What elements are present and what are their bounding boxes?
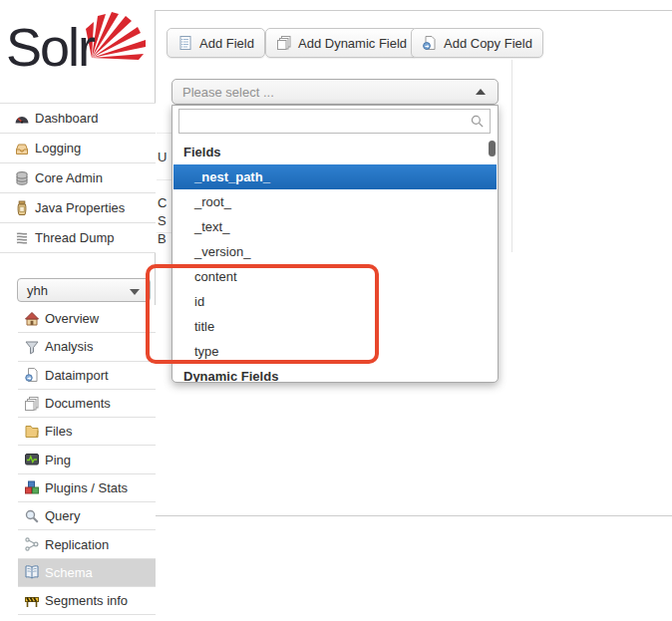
thread-dump-list-icon <box>14 230 30 246</box>
schema-book-icon <box>24 564 40 580</box>
replication-topology-icon <box>24 536 40 552</box>
funnel-icon <box>24 339 40 355</box>
chevron-down-icon <box>130 289 140 295</box>
sidebar-item-thread-dump[interactable]: Thread Dump <box>0 223 156 253</box>
logging-tray-icon <box>14 141 30 156</box>
sidebar-item-dashboard[interactable]: Dashboard <box>0 104 156 134</box>
content-row-line <box>157 179 171 180</box>
scrollbar-thumb[interactable] <box>489 141 496 156</box>
add-dynamic-field-label: Add Dynamic Field <box>298 36 407 51</box>
sidebar-main-menu: Dashboard Logging Core Admin Java Proper… <box>0 103 156 253</box>
dropdown-option-nest-path[interactable]: _nest_path_ <box>173 164 497 189</box>
clipped-label: S <box>158 213 171 228</box>
core-menu-item-analysis[interactable]: Analysis <box>18 333 156 361</box>
core-menu-label: Segments info <box>45 593 128 608</box>
core-menu-label: Ping <box>45 453 71 467</box>
ping-monitor-icon <box>24 452 40 467</box>
clipped-label: U <box>158 150 171 164</box>
add-field-button[interactable]: Add Field <box>167 28 265 58</box>
search-icon <box>470 114 485 129</box>
core-menu-label: Plugins / Stats <box>45 480 128 495</box>
field-option-list: Fields _nest_path_ _root_ _text_ _versio… <box>173 140 497 382</box>
home-icon <box>24 311 40 327</box>
core-menu-label: Query <box>45 508 80 523</box>
core-selector-value: yhh <box>27 283 48 298</box>
field-select-open-panel: Fields _nest_path_ _root_ _text_ _versio… <box>171 105 499 383</box>
dropdown-option-text[interactable]: _text_ <box>173 214 497 239</box>
dropdown-option-content[interactable]: content <box>173 264 497 289</box>
field-select-placeholder: Please select ... <box>182 85 274 100</box>
dropdown-option-root[interactable]: _root_ <box>173 189 497 214</box>
field-select-box[interactable]: Please select ... <box>171 79 499 105</box>
sidebar-core-menu: Overview Analysis Dataimport Documents F… <box>18 305 156 615</box>
folder-icon <box>24 424 40 440</box>
sidebar-item-label: Logging <box>35 141 81 155</box>
documents-icon <box>24 396 40 412</box>
segments-barrier-icon <box>24 593 40 609</box>
plugins-blocks-icon <box>24 479 40 495</box>
sidebar-item-label: Core Admin <box>35 170 103 185</box>
sidebar-item-core-admin[interactable]: Core Admin <box>0 163 156 193</box>
core-menu-item-schema[interactable]: Schema <box>18 559 156 587</box>
field-document-icon <box>177 35 193 51</box>
copy-document-icon <box>422 35 438 51</box>
solr-sunburst-icon <box>86 12 148 64</box>
add-dynamic-field-button[interactable]: Add Dynamic Field <box>265 28 418 58</box>
dropdown-option-title[interactable]: title <box>173 314 497 339</box>
add-field-label: Add Field <box>199 36 254 51</box>
core-menu-label: Replication <box>45 537 109 552</box>
add-copy-field-label: Add Copy Field <box>444 36 532 51</box>
core-menu-item-dataimport[interactable]: Dataimport <box>18 362 156 390</box>
add-copy-field-button[interactable]: Add Copy Field <box>411 28 543 58</box>
sidebar-item-label: Dashboard <box>35 111 99 126</box>
stacked-documents-icon <box>276 35 292 51</box>
core-menu-item-ping[interactable]: Ping <box>18 446 156 473</box>
field-group-header-dynamic-fields: Dynamic Fields <box>173 364 497 383</box>
java-properties-jar-icon <box>14 200 30 216</box>
core-menu-label: Dataimport <box>45 368 109 383</box>
core-admin-database-icon <box>14 170 30 186</box>
core-menu-item-replication[interactable]: Replication <box>18 530 156 558</box>
core-menu-label: Schema <box>45 565 93 580</box>
sidebar-item-label: Thread Dump <box>35 230 114 245</box>
core-menu-label: Files <box>45 424 72 439</box>
clipped-label: B <box>158 231 171 246</box>
sidebar-item-java-properties[interactable]: Java Properties <box>0 193 156 223</box>
core-menu-label: Overview <box>45 311 99 326</box>
field-search-input[interactable] <box>178 109 491 134</box>
dropdown-option-version[interactable]: _version_ <box>173 239 497 264</box>
core-menu-item-documents[interactable]: Documents <box>18 390 156 418</box>
dropdown-option-id[interactable]: id <box>173 289 497 314</box>
content-column-divider <box>511 60 512 252</box>
clipped-label: C <box>158 195 171 210</box>
core-menu-item-plugins-stats[interactable]: Plugins / Stats <box>18 474 156 502</box>
field-group-header-fields: Fields <box>173 140 497 164</box>
content-row-line <box>157 133 171 134</box>
solr-logo-text: Solr <box>6 16 94 78</box>
core-menu-item-query[interactable]: Query <box>18 502 156 530</box>
chevron-up-icon <box>476 89 486 95</box>
core-menu-item-segments-info[interactable]: Segments info <box>18 587 156 615</box>
dashboard-gauge-icon <box>14 111 30 127</box>
magnifier-icon <box>24 508 40 524</box>
core-menu-label: Documents <box>45 396 111 411</box>
core-menu-item-files[interactable]: Files <box>18 418 156 446</box>
sidebar-item-label: Java Properties <box>35 200 125 215</box>
core-menu-label: Analysis <box>45 339 93 354</box>
sidebar-item-logging[interactable]: Logging <box>0 134 156 163</box>
core-menu-item-overview[interactable]: Overview <box>18 305 156 333</box>
dataimport-icon <box>24 367 40 383</box>
dropdown-option-type[interactable]: type <box>173 339 497 364</box>
core-selector-dropdown[interactable]: yhh <box>17 278 151 302</box>
